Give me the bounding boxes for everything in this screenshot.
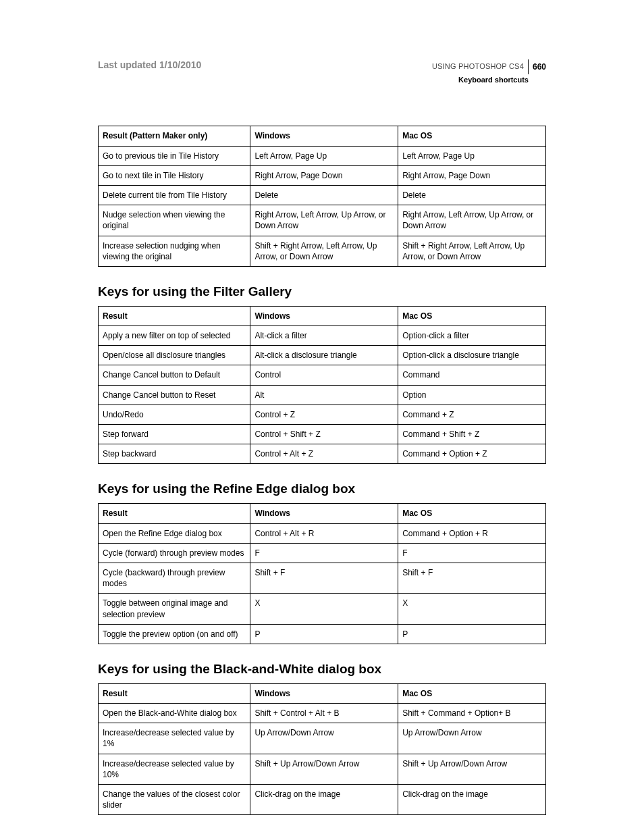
table-cell: Control + Shift + Z [250, 425, 398, 444]
table-row: Change Cancel button to DefaultControlCo… [99, 365, 546, 385]
page: Last updated 1/10/2010 USING PHOTOSHOP C… [0, 0, 644, 834]
table-cell: Nudge selection when viewing the origina… [99, 205, 250, 236]
table-cell: Delete [250, 185, 398, 205]
shortcuts-table: ResultWindowsMac OSOpen the Refine Edge … [98, 503, 546, 644]
table-cell: Open/close all disclosure triangles [99, 346, 250, 365]
column-header: Windows [250, 306, 398, 325]
table-row: Apply a new filter on top of selectedAlt… [99, 326, 546, 346]
table-cell: Step forward [99, 425, 250, 444]
table-row: Change the values of the closest color s… [99, 785, 546, 815]
table-cell: Click-drag on the image [398, 785, 546, 815]
table-row: Go to next tile in Tile HistoryRight Arr… [99, 165, 546, 185]
table-row: Open the Black-and-White dialog boxShift… [99, 704, 546, 723]
table-row: Undo/RedoControl + ZCommand + Z [99, 405, 546, 424]
content: Result (Pattern Maker only)WindowsMac OS… [98, 126, 546, 815]
column-header: Result [99, 306, 250, 325]
table-cell: Click-drag on the image [250, 785, 398, 815]
table-row: Change Cancel button to ResetAltOption [99, 385, 546, 405]
table-cell: Alt-click a filter [250, 326, 398, 346]
shortcuts-table: ResultWindowsMac OSApply a new filter on… [98, 306, 546, 465]
table-row: Nudge selection when viewing the origina… [99, 205, 546, 236]
table-cell: Undo/Redo [99, 405, 250, 424]
table-header-row: ResultWindowsMac OS [99, 306, 546, 325]
last-updated: Last updated 1/10/2010 [98, 59, 201, 70]
table-cell: Shift + Up Arrow/Down Arrow [250, 754, 398, 784]
section-heading: Keys for using the Refine Edge dialog bo… [98, 481, 546, 496]
table-row: Toggle between original image and select… [99, 594, 546, 624]
doc-title-line: USING PHOTOSHOP CS4 660 [432, 59, 546, 74]
table-cell: Step backward [99, 444, 250, 464]
table-cell: Option-click a disclosure triangle [398, 346, 546, 365]
table-row: Open/close all disclosure trianglesAlt-c… [99, 346, 546, 365]
table-cell: X [250, 594, 398, 624]
table-header-row: ResultWindowsMac OS [99, 683, 546, 703]
section-heading: Keys for using the Black-and-White dialo… [98, 662, 546, 677]
table-cell: Command + Shift + Z [398, 425, 546, 444]
column-header: Windows [250, 683, 398, 703]
table-cell: X [398, 594, 546, 624]
table-cell: Right Arrow, Page Down [250, 165, 398, 185]
table-cell: Shift + Control + Alt + B [250, 704, 398, 723]
column-header: Mac OS [398, 683, 546, 703]
table-header-row: Result (Pattern Maker only)WindowsMac OS [99, 126, 546, 146]
table-row: Cycle (backward) through preview modesSh… [99, 563, 546, 593]
table-row: Increase selection nudging when viewing … [99, 236, 546, 266]
shortcuts-table: ResultWindowsMac OSOpen the Black-and-Wh… [98, 683, 546, 816]
table-cell: Left Arrow, Page Up [250, 146, 398, 165]
table-cell: Shift + F [250, 563, 398, 593]
table-cell: Cycle (forward) through preview modes [99, 543, 250, 563]
column-header: Mac OS [398, 306, 546, 325]
table-row: Step forwardControl + Shift + ZCommand +… [99, 425, 546, 444]
table-cell: Command + Option + R [398, 523, 546, 543]
table-header-row: ResultWindowsMac OS [99, 504, 546, 523]
table-row: Increase/decrease selected value by 10%S… [99, 754, 546, 784]
table-cell: Shift + Right Arrow, Left Arrow, Up Arro… [250, 236, 398, 266]
table-cell: Increase/decrease selected value by 10% [99, 754, 250, 784]
table-cell: Delete current tile from Tile History [99, 185, 250, 205]
table-cell: Go to previous tile in Tile History [99, 146, 250, 165]
table-cell: Change Cancel button to Default [99, 365, 250, 385]
table-row: Cycle (forward) through preview modesFF [99, 543, 546, 563]
column-header: Windows [250, 126, 398, 146]
table-cell: Alt-click a disclosure triangle [250, 346, 398, 365]
doc-title: USING PHOTOSHOP CS4 [432, 61, 524, 72]
table-row: Open the Refine Edge dialog boxControl +… [99, 523, 546, 543]
column-header: Mac OS [398, 126, 546, 146]
table-row: Delete current tile from Tile HistoryDel… [99, 185, 546, 205]
table-cell: Apply a new filter on top of selected [99, 326, 250, 346]
section-heading: Keys for using the Filter Gallery [98, 284, 546, 299]
table-cell: Up Arrow/Down Arrow [250, 723, 398, 754]
table-cell: Shift + F [398, 563, 546, 593]
table-cell: Command [398, 365, 546, 385]
table-cell: Option-click a filter [398, 326, 546, 346]
table-row: Increase/decrease selected value by 1%Up… [99, 723, 546, 754]
table-cell: Toggle the preview option (on and off) [99, 624, 250, 644]
header-right: USING PHOTOSHOP CS4 660 Keyboard shortcu… [432, 59, 546, 85]
table-cell: Up Arrow/Down Arrow [398, 723, 546, 754]
table-cell: Change Cancel button to Reset [99, 385, 250, 405]
table-cell: Command + Option + Z [398, 444, 546, 464]
table-cell: Control [250, 365, 398, 385]
table-cell: Right Arrow, Left Arrow, Up Arrow, or Do… [398, 205, 546, 236]
table-cell: Shift + Command + Option+ B [398, 704, 546, 723]
table-cell: Open the Refine Edge dialog box [99, 523, 250, 543]
page-number: 660 [533, 61, 546, 73]
table-cell: Go to next tile in Tile History [99, 165, 250, 185]
table-row: Toggle the preview option (on and off)PP [99, 624, 546, 644]
table-cell: Change the values of the closest color s… [99, 785, 250, 815]
table-cell: Control + Alt + Z [250, 444, 398, 464]
table-cell: Open the Black-and-White dialog box [99, 704, 250, 723]
table-cell: F [398, 543, 546, 563]
table-cell: Control + Alt + R [250, 523, 398, 543]
table-cell: Option [398, 385, 546, 405]
table-cell: Toggle between original image and select… [99, 594, 250, 624]
table-cell: Right Arrow, Left Arrow, Up Arrow, or Do… [250, 205, 398, 236]
table-cell: Shift + Right Arrow, Left Arrow, Up Arro… [398, 236, 546, 266]
column-header: Windows [250, 504, 398, 523]
table-cell: P [398, 624, 546, 644]
table-cell: Cycle (backward) through preview modes [99, 563, 250, 593]
table-cell: Control + Z [250, 405, 398, 424]
column-header: Result (Pattern Maker only) [99, 126, 250, 146]
table-cell: Command + Z [398, 405, 546, 424]
divider [528, 59, 529, 74]
